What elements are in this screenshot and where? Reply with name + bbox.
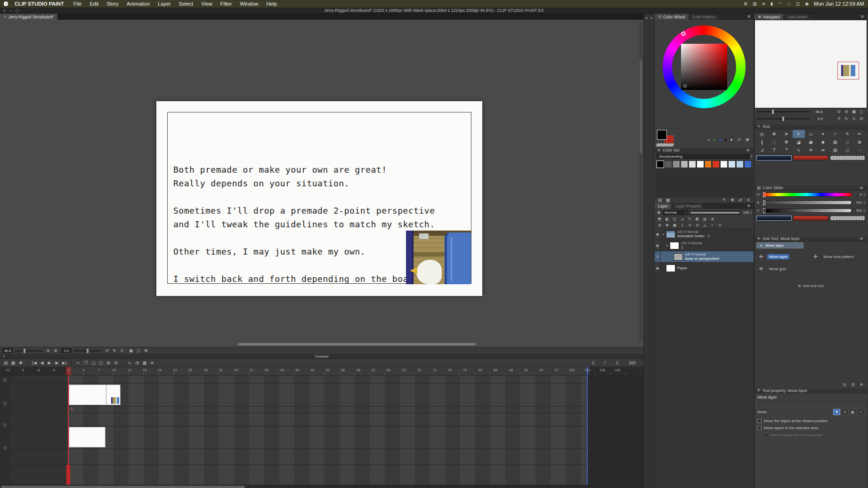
menu-item[interactable]: Select xyxy=(179,1,194,7)
prev-frame-button[interactable]: ◀ xyxy=(39,360,45,366)
timeline-ruler[interactable]: -12-9-6-31471013161922252831343740434649… xyxy=(0,367,643,376)
slider-value[interactable]: 0% xyxy=(853,208,862,213)
color-wheel[interactable] xyxy=(655,20,754,128)
menu-item[interactable]: View xyxy=(201,1,212,7)
slider-value[interactable]: 0% xyxy=(853,200,862,205)
prop-pin-icon[interactable]: ◎ xyxy=(841,382,848,388)
edit-color-icon[interactable]: ✎ xyxy=(721,197,728,203)
canvas-vertical-scrollbar[interactable] xyxy=(639,22,642,341)
timeline-clip[interactable] xyxy=(69,427,105,448)
transparent-color-swatch[interactable] xyxy=(830,155,865,160)
actual-pixels-icon[interactable]: ◻ xyxy=(135,348,142,353)
option-row[interactable]: Move layers in the selected area xyxy=(757,426,864,430)
quick-color-dot[interactable] xyxy=(730,138,733,141)
opacity-value[interactable]: 100 xyxy=(742,210,749,215)
eraser-tool[interactable]: ◪ xyxy=(793,138,805,146)
brush-tool[interactable]: ❙ xyxy=(756,138,768,146)
selection-tool[interactable]: ▭ xyxy=(805,130,817,138)
tab-layer[interactable]: Layer xyxy=(655,203,672,209)
operation-tool[interactable]: ➤ xyxy=(780,130,793,138)
app-name[interactable]: CLIP STUDIO PAINT xyxy=(15,1,64,7)
history-icon[interactable]: ↺ xyxy=(736,137,742,143)
nav-actual-icon[interactable]: ◻ xyxy=(858,109,865,115)
prop-collapse-icon[interactable]: ⊟ xyxy=(850,382,856,388)
stats-icon[interactable]: ▥ xyxy=(753,1,757,6)
color-set-select[interactable]: Storyboarding xyxy=(657,154,750,159)
cut-clip-icon[interactable]: ✂ xyxy=(75,360,81,366)
timeline-clip[interactable] xyxy=(69,384,121,405)
nav-fit-icon[interactable]: ▣ xyxy=(851,109,857,115)
mode-grid-icon[interactable]: ◇ xyxy=(857,409,864,415)
layer-row[interactable]: ◉ ▾ 100 % Normal 1 xyxy=(655,240,754,251)
combine-below-icon[interactable]: ≡ xyxy=(687,223,693,228)
cel-settings-icon[interactable]: ▩ xyxy=(141,360,148,366)
reset-view-icon[interactable]: ⊙ xyxy=(119,348,125,353)
more-tool[interactable]: ⋯ xyxy=(853,146,866,154)
user-icon[interactable]: ◉ xyxy=(805,1,809,6)
checkbox-icon[interactable] xyxy=(757,426,762,430)
color-swatch[interactable] xyxy=(657,160,664,168)
paste-clip-icon[interactable]: ❏ xyxy=(90,360,97,366)
panel-menu-icon[interactable]: ≡ xyxy=(858,185,865,191)
panel-menu-icon[interactable]: ≡ xyxy=(858,236,865,241)
color-swatch[interactable] xyxy=(728,160,736,168)
layer-visibility-icon[interactable]: ✎ xyxy=(655,251,661,262)
color-swatch[interactable] xyxy=(720,160,728,168)
slider-handle-icon[interactable] xyxy=(763,208,765,213)
delete-color-icon[interactable]: ✕ xyxy=(745,197,752,203)
collapse-arrow-icon[interactable]: ▾ xyxy=(657,147,661,153)
prop-menu-icon[interactable]: ≡ xyxy=(858,382,865,388)
menu-item[interactable]: Help xyxy=(266,1,277,7)
opacity-slider[interactable] xyxy=(690,211,740,215)
color-swatch[interactable] xyxy=(744,160,752,168)
delete-layer-icon[interactable]: ✕ xyxy=(717,223,723,228)
color-swatch[interactable] xyxy=(697,160,704,168)
zoom-tool[interactable]: ◎ xyxy=(756,130,768,138)
fit-screen-icon[interactable]: ▣ xyxy=(128,348,134,353)
delete-frame-icon[interactable]: ⊟ xyxy=(113,360,119,366)
cel-number-label[interactable]: 1 xyxy=(71,407,73,411)
zoom-in-icon[interactable]: ⊕ xyxy=(52,348,59,353)
tab-close-icon[interactable]: ✕ xyxy=(4,15,7,19)
apple-menu-icon[interactable] xyxy=(4,1,8,6)
track-toggle-icon[interactable] xyxy=(3,424,7,427)
display-icon[interactable]: ⊞ xyxy=(744,1,747,6)
main-color-swatch[interactable] xyxy=(756,155,792,160)
layer-visibility-icon[interactable]: ◉ xyxy=(655,240,661,251)
close-window-icon[interactable]: ✕ xyxy=(3,8,6,13)
navigator-preview[interactable] xyxy=(754,20,867,108)
color-set-spinner[interactable]: ▴▾ xyxy=(751,155,752,158)
balloon-tool[interactable]: ❝ xyxy=(780,146,793,154)
frame-border-tool[interactable]: ⊞ xyxy=(853,138,866,146)
gradient-tool[interactable]: ▨ xyxy=(829,138,841,146)
ruler-tool[interactable]: ⊿ xyxy=(756,146,768,154)
current-sub-tool[interactable]: ✛ Move layer xyxy=(756,242,803,248)
quick-color-dot[interactable] xyxy=(713,138,716,141)
insert-frame-icon[interactable]: ⊞ xyxy=(105,360,112,366)
pen-tool[interactable]: ✎ xyxy=(841,130,853,138)
text-tool[interactable]: T xyxy=(768,146,780,154)
merge-icon[interactable]: ⊟ xyxy=(694,223,700,228)
option-row[interactable]: Move the object at the clicked position xyxy=(757,419,864,423)
battery-icon[interactable]: ▮ xyxy=(771,1,773,6)
main-color-swatch[interactable] xyxy=(756,216,792,221)
move-to-folder-icon[interactable]: ↓ xyxy=(679,223,685,228)
ruler-icon[interactable]: ⊿ xyxy=(679,216,685,222)
next-frame-button[interactable]: ▶ xyxy=(54,360,60,366)
current-frame-value[interactable]: 1 xyxy=(592,360,594,365)
layer-mask-icon[interactable]: ◬ xyxy=(702,223,708,228)
sub-color-swatch[interactable] xyxy=(793,155,828,160)
tab-color-wheel[interactable]: ◎ Color Wheel xyxy=(655,14,689,20)
draft-icon[interactable]: ✎ xyxy=(687,216,693,222)
storyboard-page[interactable]: Both premade or make your own are great!… xyxy=(156,101,482,296)
color-swatch[interactable] xyxy=(705,160,712,168)
timeline-select-icon[interactable]: ▤ xyxy=(2,360,9,366)
layer-row[interactable]: ◉ Paper xyxy=(655,263,754,274)
transparent-color-swatch[interactable] xyxy=(830,216,865,221)
rotate-right-icon[interactable]: ↻ xyxy=(111,348,118,353)
play-button[interactable]: ▶ xyxy=(46,360,53,366)
transparent-color-swatch[interactable] xyxy=(656,143,674,147)
lock-transparency-icon[interactable]: ◧ xyxy=(664,216,670,222)
document-tab[interactable]: ✕ Jerry-Rigged Storyboard* xyxy=(0,14,57,20)
eyedropper-tool[interactable]: ✧ xyxy=(829,130,841,138)
